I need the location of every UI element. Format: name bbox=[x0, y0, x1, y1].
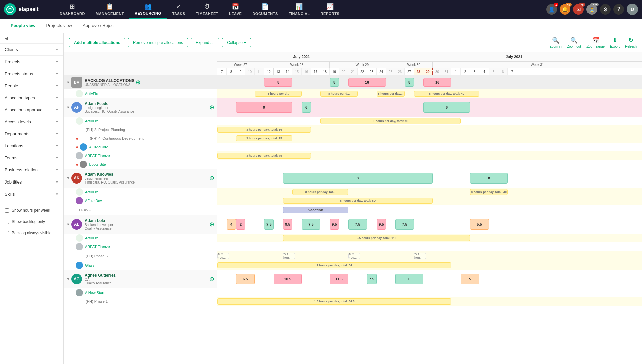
adam-feeder-name[interactable]: Adam Feeder bbox=[85, 101, 208, 106]
bar-feeder-6[interactable]: 6 bbox=[302, 102, 311, 113]
bar-lola-2[interactable]: 2 bbox=[236, 219, 245, 230]
nav-tasks[interactable]: ✓ TASKS bbox=[167, 0, 191, 19]
activfix-l-link[interactable]: ActivFix bbox=[85, 236, 98, 240]
notifications-people-btn[interactable]: 👤 1 bbox=[546, 4, 557, 15]
bar-knowles-activfix[interactable]: 8 hours per day, tot... bbox=[292, 189, 348, 195]
agnes-gutierrez-name[interactable]: Agnes Gutierrez bbox=[85, 273, 208, 278]
nav-reports[interactable]: 📈 REPORTS bbox=[315, 0, 345, 19]
nav-resourcing[interactable]: 👥 RESOURCING bbox=[129, 0, 167, 19]
user-avatar[interactable]: U bbox=[627, 4, 638, 15]
adam-knowles-add-btn[interactable]: ⊕ bbox=[209, 174, 214, 182]
activfix-sub-link[interactable]: ActivFix bbox=[85, 119, 98, 123]
sidebar-item-locations[interactable]: Locations ▼ bbox=[0, 140, 63, 152]
expand-icon[interactable]: ▼ bbox=[66, 105, 70, 109]
tab-approve-reject[interactable]: Approve / Reject bbox=[77, 19, 120, 33]
bar-ph6-recur1[interactable]: ↻ 2 hou... bbox=[217, 253, 229, 259]
timer-btn[interactable]: ⏳ OUT bbox=[586, 4, 597, 15]
logo[interactable]: elapseit bbox=[4, 3, 54, 15]
gantt-container[interactable]: July 2021 July 2021 Week 27 Week 28 Week… bbox=[64, 52, 642, 364]
arpat-l-link[interactable]: ARPAT Firenze bbox=[85, 245, 110, 249]
bar-backlog-16b[interactable]: 16 bbox=[423, 78, 451, 87]
expand-all-button[interactable]: Expand all bbox=[191, 38, 219, 47]
adam-knowles-name[interactable]: Adam Knowles bbox=[85, 172, 208, 177]
bar-lola-7-5b[interactable]: 7.5 bbox=[302, 219, 320, 230]
bar-lola-7-5d[interactable]: 7.5 bbox=[395, 219, 414, 230]
bar-ph4[interactable]: 3 hours per day, total: 15 bbox=[236, 135, 292, 141]
zoom-range-button[interactable]: 📅 Zoom range bbox=[586, 37, 605, 48]
bar-vacation[interactable]: Vacation bbox=[283, 207, 348, 213]
bar-activfix-hours2[interactable]: 8 hours per d... bbox=[320, 91, 358, 97]
bar-lola-7-5[interactable]: 7.5 bbox=[264, 219, 274, 230]
bar-arpat[interactable]: 3 hours per day, total: 75 bbox=[217, 153, 311, 159]
zoom-out-button[interactable]: 🔍 Zoom out bbox=[567, 37, 581, 48]
adam-lola-name[interactable]: Adam Lola bbox=[85, 218, 208, 223]
sidebar-item-access-levels[interactable]: Access levels ▼ bbox=[0, 116, 63, 128]
bar-ph6-recur2[interactable]: ↻ 2 hou... bbox=[283, 253, 295, 259]
show-hours-checkbox[interactable]: Show hours per week bbox=[0, 205, 63, 216]
sidebar-item-allocations-approval[interactable]: Allocations approval ▼ bbox=[0, 104, 63, 116]
bar-ph2[interactable]: 3 hours per day, total: 36 bbox=[217, 127, 311, 133]
bar-activfix-hours[interactable]: 8 hours per d... bbox=[255, 91, 302, 97]
expand-icon[interactable]: ▼ bbox=[66, 176, 70, 180]
glass-link[interactable]: Glass bbox=[85, 263, 94, 267]
bar-lola-activfix[interactable]: 5.5 hours per day, total: 110 bbox=[283, 235, 470, 241]
bar-backlog-8c[interactable]: 8 bbox=[405, 78, 414, 87]
nav-leave[interactable]: 📅 LEAVE bbox=[224, 0, 247, 19]
activfix-link[interactable]: ActivFix bbox=[85, 92, 98, 96]
bar-feeder-6b[interactable]: 6 bbox=[423, 102, 470, 113]
bar-lola-5-5[interactable]: 5.5 bbox=[470, 219, 489, 230]
notifications-bell-btn[interactable]: 🔔 47 bbox=[560, 4, 570, 15]
sidebar-item-projects[interactable]: Projects ▼ bbox=[0, 56, 63, 68]
backlog-visible-checkbox[interactable]: Backlog always visible bbox=[0, 227, 63, 239]
refresh-button[interactable]: ↻ Refresh bbox=[625, 37, 637, 48]
bar-backlog-16[interactable]: 16 bbox=[348, 78, 386, 87]
bar-ph1[interactable]: 1.5 hours per day, total: 34.5 bbox=[217, 298, 451, 305]
remove-multiple-allocations-button[interactable]: Remove multiple allocations bbox=[128, 38, 188, 47]
bar-ph6-recur4[interactable]: ↻ 2 hou... bbox=[414, 253, 426, 259]
bar-afuzzdev[interactable]: 8 hours per day, total: 80 bbox=[283, 198, 433, 204]
bar-glass[interactable]: 2 hours per day, total: 64 bbox=[217, 262, 451, 268]
adam-lola-add-btn[interactable]: ⊕ bbox=[209, 221, 214, 228]
nav-dashboard[interactable]: ⊞ DASHBOARD bbox=[54, 0, 90, 19]
bar-feeder-9[interactable]: 9 bbox=[236, 102, 292, 113]
bar-lola-9-5a[interactable]: 9.5 bbox=[283, 219, 292, 230]
sidebar-item-allocation-types[interactable]: Allocation types ▼ bbox=[0, 92, 63, 104]
bar-ph6-recur3[interactable]: ↻ 2 hou... bbox=[348, 253, 360, 259]
bar-lola-9-5c[interactable]: 9.5 bbox=[377, 219, 386, 230]
nav-documents[interactable]: 📄 DOCUMENTS bbox=[247, 0, 283, 19]
messages-btn[interactable]: ✉ 76 bbox=[573, 4, 584, 15]
bar-feeder-activfix[interactable]: 6 hours per day, total: 90 bbox=[320, 118, 461, 124]
bar-knowles-8b[interactable]: 8 bbox=[470, 173, 508, 184]
bar-agnes-6-5[interactable]: 6.5 bbox=[236, 274, 255, 284]
arpat-link[interactable]: ARPAT Firenze bbox=[85, 154, 110, 158]
adam-feeder-add-btn[interactable]: ⊕ bbox=[209, 104, 214, 111]
sidebar-item-business-relation[interactable]: Business relation ▼ bbox=[0, 164, 63, 176]
expand-icon[interactable]: ▼ bbox=[66, 80, 70, 84]
bar-knowles-8[interactable]: 8 bbox=[283, 173, 433, 184]
anewstart-link[interactable]: A New Start bbox=[85, 291, 104, 295]
bar-backlog-8[interactable]: 8 bbox=[264, 78, 292, 87]
sidebar-item-departments[interactable]: Departments ▼ bbox=[0, 128, 63, 140]
bar-agnes-11-5[interactable]: 11.5 bbox=[330, 274, 348, 284]
bar-activfix-hours4[interactable]: 8 hours per day, total: 40 bbox=[414, 91, 479, 97]
activfix-k-link[interactable]: ActivFix bbox=[85, 190, 98, 194]
sidebar-item-people[interactable]: People ▼ bbox=[0, 80, 63, 92]
export-button[interactable]: ⬇ Export bbox=[610, 37, 620, 48]
boots-link[interactable]: Boots Site bbox=[89, 162, 106, 166]
add-multiple-allocations-button[interactable]: Add multiple allocations bbox=[69, 38, 125, 47]
bar-activfix-hours3[interactable]: 8 hours per day,... bbox=[377, 91, 405, 97]
sidebar-item-teams[interactable]: Teams ▼ bbox=[0, 152, 63, 164]
settings-btn[interactable]: ⚙ bbox=[600, 4, 611, 15]
bar-lola-9-5b[interactable]: 9.5 bbox=[330, 219, 339, 230]
sidebar-item-job-titles[interactable]: Job titles ▼ bbox=[0, 176, 63, 188]
bar-agnes-10-5[interactable]: 10.5 bbox=[274, 274, 302, 284]
nav-financial[interactable]: 📊 FINANCIAL bbox=[283, 0, 315, 19]
agnes-gutierrez-add-btn[interactable]: ⊕ bbox=[209, 275, 214, 283]
bar-lola-4[interactable]: 4 bbox=[227, 219, 236, 230]
help-btn[interactable]: ? bbox=[613, 4, 624, 15]
sidebar-item-skills[interactable]: Skills ▼ bbox=[0, 188, 63, 200]
expand-icon[interactable]: ▼ bbox=[66, 222, 70, 226]
sidebar-item-clients[interactable]: Clients ▼ bbox=[0, 44, 63, 55]
nav-timesheet[interactable]: ⏱ TIMESHEET bbox=[191, 0, 224, 19]
zoom-in-button[interactable]: 🔍 Zoom in bbox=[550, 37, 562, 48]
